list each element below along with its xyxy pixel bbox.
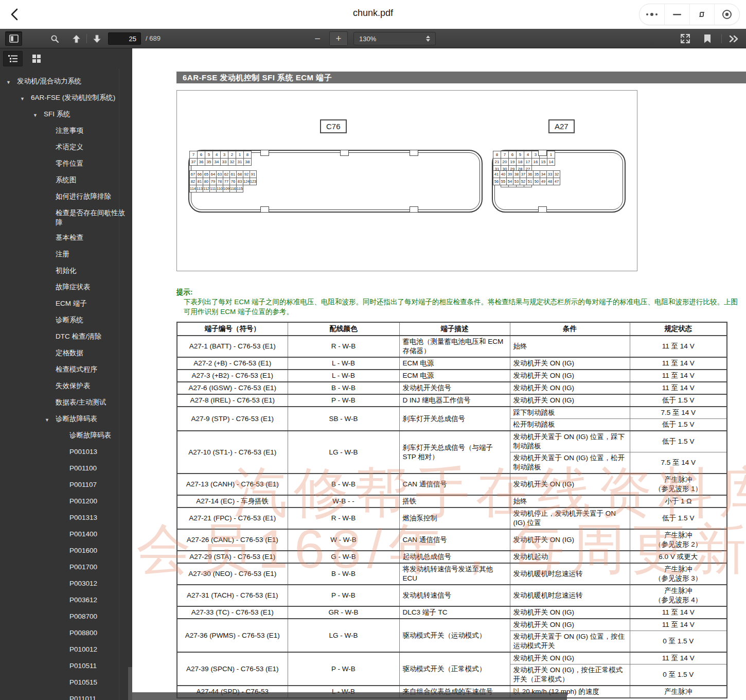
pin-row: 56555453525150494847 <box>493 178 560 185</box>
wire-color-cell: P - W-B <box>288 585 399 606</box>
outline-item[interactable]: ▼P008800 <box>3 628 130 639</box>
terminal-cell: A27-14 (EC) - 车身搭铁 <box>177 495 288 507</box>
pin-cell: 2 <box>228 151 236 159</box>
pin-cell: 8 <box>243 151 252 159</box>
outline-item[interactable]: ▼P001600 <box>3 546 130 557</box>
pin-cell: 61 <box>229 170 237 178</box>
outline-item[interactable]: ▼ECM 端子 <box>3 299 130 310</box>
previous-page-button[interactable] <box>68 31 84 46</box>
pdf-viewer-app: chunk.pdf <box>0 0 746 700</box>
outline-item[interactable]: ▼6AR-FSE (发动机控制系统) <box>3 93 130 104</box>
outline-item[interactable]: ▼P001313 <box>3 513 130 524</box>
zoom-out-button[interactable]: − <box>310 31 325 46</box>
table-header-cell: 配线颜色 <box>288 322 399 336</box>
terminal-cell: A27-13 (CANH) - C76-53 (E1) <box>177 474 288 495</box>
outline-item[interactable]: ▼初始化 <box>3 266 130 277</box>
toolbar-divider <box>86 34 87 43</box>
outline-item[interactable]: ▼定格数据 <box>3 348 130 359</box>
outline-item[interactable]: ▼P001013 <box>3 447 130 458</box>
outline-item[interactable]: ▼P001107 <box>3 480 130 491</box>
pin-row: 2120191817161514 <box>493 158 555 166</box>
bookmark-button[interactable] <box>699 31 716 46</box>
outline-item[interactable]: ▼数据表/主动测试 <box>3 397 130 409</box>
pin-cell: 38 <box>243 158 252 166</box>
outline-item[interactable]: ▼发动机/混合动力系统 <box>3 76 130 87</box>
outline-item[interactable]: ▼如何进行故障排除 <box>3 191 130 203</box>
outline-item[interactable]: ▼P003612 <box>3 595 130 606</box>
outline-item[interactable]: ▼注意事项 <box>3 126 130 137</box>
outline-item[interactable]: ▼DTC 检查/清除 <box>3 331 130 343</box>
fullscreen-button[interactable] <box>677 31 694 46</box>
record-button[interactable] <box>714 4 739 25</box>
outline-item[interactable]: ▼P003012 <box>3 579 130 590</box>
outline-item[interactable]: ▼P001100 <box>3 463 130 475</box>
outline-item-label: P008800 <box>69 628 97 638</box>
outline-item[interactable]: ▼系统图 <box>3 175 130 186</box>
page-number-input[interactable] <box>108 32 141 45</box>
outline-item[interactable]: ▼失效保护表 <box>3 381 130 392</box>
more-menu-button[interactable] <box>640 4 664 25</box>
pin-cell: 76 <box>229 178 237 185</box>
sidebar-view-toolbar <box>0 48 132 69</box>
outline-item-label: P001107 <box>69 480 97 489</box>
thumbnail-view-button[interactable] <box>27 51 46 66</box>
description-cell: 将发动机转速信号发送至其他 ECU <box>399 563 510 585</box>
connector-tab <box>538 206 547 213</box>
pin-cell: 65 <box>203 170 210 178</box>
outline-item[interactable]: ▼故障症状表 <box>3 282 130 293</box>
pin-cell: 81 <box>196 178 203 185</box>
outline-item[interactable]: ▼基本检查 <box>3 233 130 244</box>
outline-item[interactable]: ▼P010515 <box>3 677 130 689</box>
outline-item[interactable]: ▼零件位置 <box>3 159 130 170</box>
outline-item[interactable]: ▼诊断故障码表 <box>3 430 130 442</box>
description-cell: CAN 通信信号 <box>399 529 510 551</box>
outline-item[interactable]: ▼术语定义 <box>3 142 130 153</box>
pin-cell: 41 <box>493 170 500 178</box>
outline-item[interactable]: ▼P008700 <box>3 611 130 623</box>
status-cell: 11 至 14 V <box>630 357 727 370</box>
outline-item[interactable]: ▼P010012 <box>3 644 130 656</box>
outline-item[interactable]: ▼P001200 <box>3 496 130 507</box>
horizontal-scrollbar-thumb[interactable] <box>132 692 567 700</box>
outline-item-label: 定格数据 <box>56 348 83 358</box>
pin-cell: 36 <box>526 170 534 178</box>
condition-cell: 发动机开关置于 ON (IG) 位置，踩下制动踏板 <box>510 431 630 452</box>
pin-cell: 39 <box>506 170 513 178</box>
outline-item[interactable]: ▼检查是否存在间歇性故障 <box>3 208 130 227</box>
outline-item-label: 初始化 <box>56 266 77 275</box>
pin-cell: 6 <box>508 151 517 159</box>
secondary-toolbar-toggle[interactable] <box>724 31 743 46</box>
restore-button[interactable] <box>689 4 715 25</box>
table-row: A27-8 (IREL) - C76-53 (E1)P - W-BD INJ 继… <box>177 394 727 407</box>
outline-item-label: P011011 <box>69 694 96 700</box>
description-cell: 燃油泵控制 <box>399 507 510 529</box>
ecm-connector-diagram: C76 A27 30292827262524605958575655541081… <box>176 90 637 271</box>
outline-item[interactable]: ▼P010511 <box>3 661 130 672</box>
pin-cell: 53 <box>513 178 520 185</box>
terminal-cell: A27-26 (CANL) - C76-53 (E1) <box>177 529 288 551</box>
search-button[interactable] <box>46 31 63 46</box>
status-cell: 产生脉冲（参见波形 4） <box>630 585 727 606</box>
connector-tab <box>340 150 349 156</box>
connector-c76: 3029282726252460595857565554108107106105… <box>188 150 483 213</box>
tip-note: 提示: 下表列出了每对 ECM 端子之间的标准电压、电阻和波形。同时还指出了每对… <box>176 287 742 317</box>
outline-item[interactable]: ▼诊断故障码表 <box>3 414 130 425</box>
outline-item[interactable]: ▼注册 <box>3 249 130 260</box>
outline-item[interactable]: ▼P001700 <box>3 562 130 573</box>
pin-cell: 8 <box>493 151 501 159</box>
zoom-level-select[interactable]: 130% <box>353 32 436 45</box>
outline-item[interactable]: ▼SFI 系统 <box>3 109 130 120</box>
outline-view-button[interactable] <box>3 51 23 66</box>
caret-expanded-icon: ▼ <box>6 78 12 87</box>
outline-item[interactable]: ▼P011011 <box>3 694 130 700</box>
outline-item[interactable]: ▼P001400 <box>3 529 130 540</box>
outline-item[interactable]: ▼检查模式程序 <box>3 364 130 376</box>
next-page-button[interactable] <box>88 31 105 46</box>
outline-item[interactable]: ▼诊断系统 <box>3 315 130 326</box>
sidebar-scrollbar-thumb[interactable] <box>128 667 132 700</box>
condition-cell: 发动机暖机时怠速运转 <box>510 585 630 606</box>
minimize-button[interactable] <box>664 4 689 25</box>
table-row: A27-13 (CANH) - C76-53 (E1)B - W-BCAN 通信… <box>177 474 727 495</box>
toggle-sidebar-button[interactable] <box>5 31 22 46</box>
zoom-in-button[interactable]: + <box>329 31 348 46</box>
